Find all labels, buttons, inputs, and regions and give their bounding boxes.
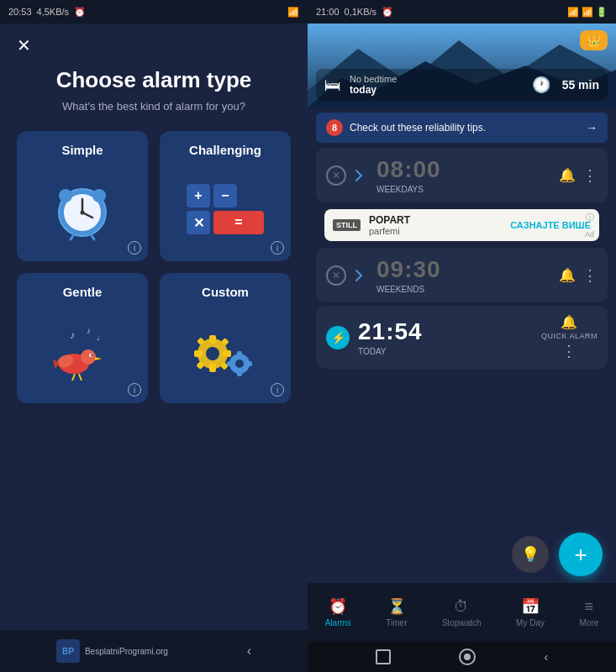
ad-still-label: STILL [333,219,361,231]
svg-rect-33 [237,351,242,357]
svg-text:♪: ♪ [70,329,75,341]
gentle-label: Gentle [63,285,103,299]
nav-more-icon: ≡ [585,598,594,616]
quick-alarm-right-label: QUICK ALARM [541,332,598,340]
reliability-text: Check out these reliability tips. [350,122,579,134]
svg-line-19 [72,374,75,381]
alarm-time-0: 08:00 [376,156,550,183]
nav-stopwatch[interactable]: ⏱ Stopwatch [435,595,488,631]
time-mins: 55 min [562,78,599,92]
svg-point-14 [81,349,96,365]
simple-info-icon[interactable]: i [128,241,141,255]
bedtime-label: today [350,84,397,96]
calc-equals: = [213,211,264,234]
custom-icon [168,307,282,395]
status-bar-left: 20:53 4,5KB/s ⏰ 📶 [0,0,308,24]
svg-rect-34 [237,370,242,376]
alarm-cancel-0[interactable]: ✕ [326,165,346,186]
svg-rect-26 [223,350,231,357]
alarm-cancel-1[interactable]: ✕ [326,265,346,286]
alarm-card-custom[interactable]: Custom [160,273,291,403]
nav-dot [459,648,476,665]
fab-primary-add[interactable]: + [559,533,603,576]
alarm-right-1: 🔔 ⋮ [559,266,598,285]
reliability-bar[interactable]: 8 Check out these reliability tips. → [316,113,608,143]
challenging-label: Challenging [189,143,261,157]
status-bar-right: 21:00 0,1KB/s ⏰ 📶 📶 🔋 [308,0,616,24]
alarms-list: ✕ 08:00 WEEKDAYS 🔔 ⋮ ⓘ STILL POPART parf… [308,148,616,526]
ad-label: Ad [585,230,594,239]
nav-alarms-icon: ⏰ [329,597,347,616]
right-panel: 21:00 0,1KB/s ⏰ 📶 📶 🔋 👑 🛏 No [308,0,616,672]
alarm-card-challenging[interactable]: Challenging + − ✕ = i [160,131,291,261]
gentle-info-icon[interactable]: i [128,383,141,396]
alarm-card-simple[interactable]: Simple [17,131,148,261]
quick-alarm-label: TODAY [358,347,533,356]
left-content: Choose alarm type What's the best kind o… [0,67,308,630]
nav-myday[interactable]: 📅 My Day [509,594,551,631]
ad-banner[interactable]: ⓘ STILL POPART parfemi САЗНАЈТЕ ВИШЕ Ad [324,209,599,241]
alarm-type-grid: Simple [17,131,291,403]
more-dots-0[interactable]: ⋮ [582,166,598,185]
svg-point-4 [81,211,85,215]
svg-point-5 [59,189,72,202]
simple-icon [25,165,140,253]
alarm-card-gentle[interactable]: Gentle ♪ ♪ ♩ [17,273,148,403]
quick-alarm-timeblock: 21:54 TODAY [358,318,533,356]
more-dots-1[interactable]: ⋮ [582,266,598,285]
nav-myday-icon: 📅 [521,597,540,616]
svg-text:♩: ♩ [97,334,100,342]
nav-square [376,649,391,664]
alarm-item-0: ✕ 08:00 WEEKDAYS 🔔 ⋮ [316,148,608,202]
bottom-nav: ⏰ Alarms ⏳ Timer ⏱ Stopwatch 📅 My Day ≡ … [308,583,616,642]
simple-label: Simple [61,143,103,157]
svg-marker-17 [95,357,102,360]
nav-arrow-left: ‹ [247,643,251,659]
calc-mult: ✕ [187,211,210,234]
challenging-info-icon[interactable]: i [271,241,284,255]
nav-timer[interactable]: ⏳ Timer [379,594,413,631]
bell-icon-0: 🔔 [559,167,576,183]
alarm-timeblock-1: 09:30 WEEKENDS [376,256,550,294]
bedtime-icon: 🛏 [324,76,341,95]
reliability-arrow: → [586,121,598,134]
left-panel: 20:53 4,5KB/s ⏰ 📶 ✕ Choose alarm type Wh… [0,0,308,672]
alarm-icon-left: ⏰ [74,7,86,18]
quick-alarm-badge: ⚡ [326,326,350,349]
alarm-days-1: WEEKENDS [376,285,550,294]
ad-cta[interactable]: САЗНАЈТЕ ВИШЕ [510,220,591,230]
quick-alarm-more[interactable]: ⋮ [561,342,577,360]
custom-info-icon[interactable]: i [271,383,284,396]
time-right: 21:00 [316,7,340,17]
svg-text:♪: ♪ [87,326,91,335]
nav-myday-label: My Day [516,618,545,627]
alarm-item-1: ✕ 09:30 WEEKENDS 🔔 ⋮ [316,248,608,302]
svg-rect-24 [209,364,216,372]
alarm-time-1: 09:30 [376,256,550,283]
nav-alarms-label: Alarms [325,618,351,627]
nav-more[interactable]: ≡ More [572,595,605,631]
speed-right: 0,1KB/s [345,7,377,17]
alarm-chevron-0 [355,165,368,186]
reliability-badge: 8 [326,119,343,136]
fab-secondary[interactable]: 💡 [512,536,549,573]
nav-timer-icon: ⏳ [387,597,406,616]
alarm-timeblock-0: 08:00 WEEKDAYS [376,156,550,194]
crown-icon: 👑 [587,34,601,47]
lightning-icon: ⚡ [331,331,345,344]
svg-point-32 [235,360,244,368]
nav-stopwatch-icon: ⏱ [454,598,469,616]
bottom-bar-left: BP BesplatniProgrami.org ‹ [0,630,308,672]
speed-left: 4,5KB/s [37,7,70,17]
quick-alarm-item: ⚡ 21:54 TODAY 🔔 QUICK ALARM ⋮ [316,306,608,369]
bedtime-row: 🛏 No bedtime today 🕐 55 min [316,69,608,101]
svg-point-6 [92,189,106,202]
fab-area: 💡 + [308,526,616,583]
svg-rect-36 [246,361,252,366]
nav-timer-label: Timer [386,618,407,627]
bedtime-text: No bedtime [350,74,397,84]
close-button[interactable]: ✕ [8,30,39,60]
nav-alarms[interactable]: ⏰ Alarms [319,594,358,631]
crown-badge[interactable]: 👑 [580,30,608,50]
svg-line-7 [71,234,74,239]
